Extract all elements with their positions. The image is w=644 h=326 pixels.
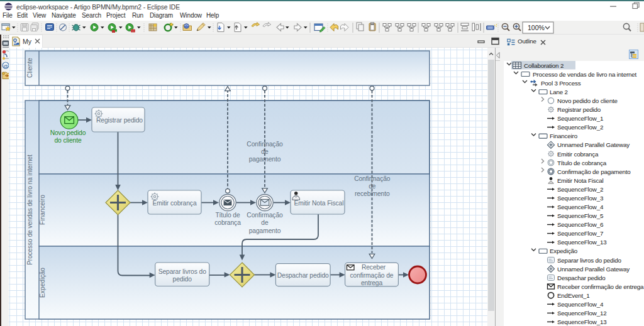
svg-text:SequenceFlow_5: SequenceFlow_5 [557,212,604,219]
svg-text:entrega: entrega [361,280,383,286]
svg-text:pagamento: pagamento [249,227,281,234]
svg-text:SequenceFlow_2: SequenceFlow_2 [557,186,603,193]
svg-text:Unnamed Parallel Gateway: Unnamed Parallel Gateway [557,141,630,148]
svg-text:SequenceFlow_12: SequenceFlow_12 [557,310,606,317]
svg-text:Unnamed Parallel Gateway: Unnamed Parallel Gateway [557,266,630,273]
svg-text:Expedição: Expedição [550,247,578,254]
svg-text:de: de [369,183,376,190]
svg-text:Registrar pedido: Registrar pedido [557,106,601,113]
svg-text:cobrança: cobrança [214,219,241,226]
svg-text:Título de cobrança: Título de cobrança [557,160,607,166]
svg-text:do cliente: do cliente [54,137,81,144]
svg-text:Despachar pedido: Despachar pedido [277,272,329,279]
svg-text:Registrar pedido: Registrar pedido [96,117,143,124]
svg-text:de: de [261,148,269,155]
svg-text:Receber: Receber [362,264,386,271]
svg-text:SequenceFlow_2: SequenceFlow_2 [557,124,603,131]
svg-text:Confirmação de pagamento: Confirmação de pagamento [557,168,631,175]
svg-text:Processo de vendas de livro na: Processo de vendas de livro na internet [533,71,637,78]
svg-text:Lane 2: Lane 2 [550,89,568,95]
svg-text:Emitir Nota Fiscal: Emitir Nota Fiscal [294,200,344,207]
svg-text:de: de [261,219,269,226]
svg-text:SequenceFlow_6: SequenceFlow_6 [557,221,604,228]
svg-text:SequenceFlow_1: SequenceFlow_1 [557,115,603,122]
svg-text:Receber confirmação de entrega: Receber confirmação de entrega [557,283,644,290]
svg-text:Processo de vendas de livro na: Processo de vendas de livro na internet [26,155,33,265]
svg-text:recebimento: recebimento [355,190,390,197]
svg-text:Pool 3 Process: Pool 3 Process [541,80,581,87]
svg-text:Cliente: Cliente [26,58,33,78]
svg-text:EndEvent_1: EndEvent_1 [557,292,590,299]
svg-text:Despachar pedido: Despachar pedido [557,274,606,281]
svg-text:pagamento: pagamento [249,156,281,163]
svg-text:Separar livros do: Separar livros do [158,268,207,275]
svg-text:Confirmação: Confirmação [247,212,283,219]
svg-text:Expedição: Expedição [39,268,46,298]
svg-text:confirmação de: confirmação de [350,272,394,279]
svg-text:Financeiro: Financeiro [550,133,578,139]
svg-text:Confirmação: Confirmação [247,141,283,148]
svg-text:SequenceFlow_3: SequenceFlow_3 [557,195,604,202]
svg-text:SequenceFlow_13: SequenceFlow_13 [557,318,607,325]
svg-text:SequenceFlow_4: SequenceFlow_4 [557,301,604,308]
svg-text:SequenceFlow_7: SequenceFlow_7 [557,230,603,237]
svg-text:Separar livros do pedido: Separar livros do pedido [557,257,622,264]
svg-text:Título de: Título de [215,212,240,219]
svg-text:Novo pedido do cliente: Novo pedido do cliente [557,97,618,104]
svg-text:Financeiro: Financeiro [39,195,46,225]
svg-text:SequenceFlow_13: SequenceFlow_13 [557,239,607,246]
svg-text:Emitir cobrança: Emitir cobrança [557,151,599,158]
svg-text:SequenceFlow_4: SequenceFlow_4 [557,204,604,210]
svg-text:Novo pedido: Novo pedido [50,129,86,136]
svg-text:Confirmação: Confirmação [354,175,391,182]
svg-text:Collaboration 2: Collaboration 2 [524,62,564,69]
svg-text:@: @ [3,63,8,69]
svg-text:100%: 100% [528,24,545,31]
svg-text:Emitir cobrança: Emitir cobrança [152,200,196,207]
svg-text:Emitir Nota Fiscal: Emitir Nota Fiscal [557,177,604,184]
svg-text:pedido: pedido [173,276,192,283]
